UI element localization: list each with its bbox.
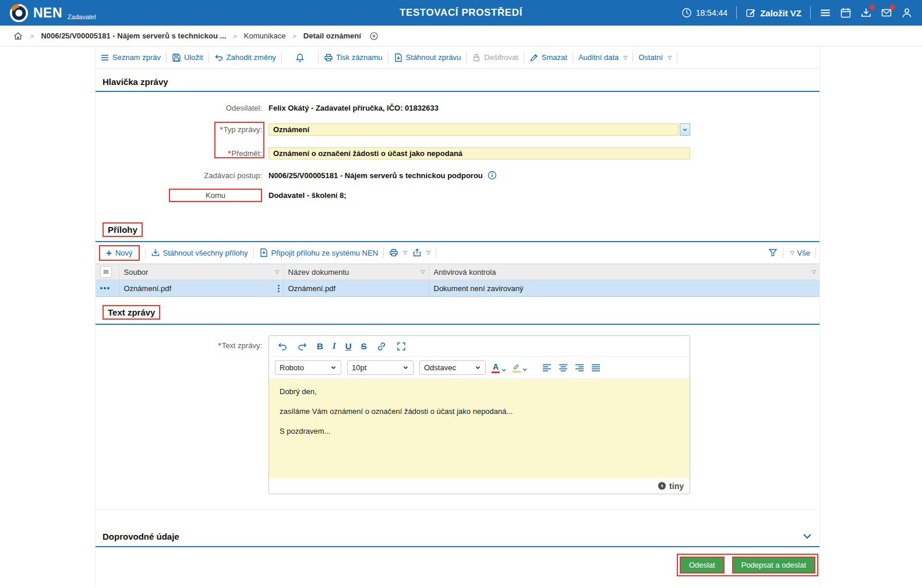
section-header: Přílohy [96, 214, 819, 242]
download-tray-icon [151, 248, 160, 257]
align-justify-button[interactable] [591, 363, 601, 373]
row-antivir-cell[interactable]: Dokument není zavirovaný [429, 280, 819, 297]
row-nazev-cell[interactable]: Oznámení.pdf [283, 280, 429, 297]
desifrovat-button[interactable]: Dešifrovat [472, 53, 518, 62]
row-soubor-cell[interactable]: Oznámení.pdf [119, 280, 283, 297]
odeslat-button[interactable]: Odeslat [681, 558, 723, 572]
header-separator [810, 6, 811, 19]
zahodit-zmeny-label: Zahodit změny [227, 53, 276, 62]
link-button[interactable] [376, 341, 387, 352]
link-icon [376, 341, 387, 352]
info-button[interactable] [488, 171, 497, 180]
editor-toolbar-row2: Roboto 10pt Odstavec A [269, 357, 690, 379]
filter-button[interactable] [768, 248, 778, 257]
align-left-button[interactable] [542, 363, 552, 373]
row-zadavaci-postup: Zadávací postup: N006/25/V00005181 - Náj… [96, 165, 819, 185]
zadavaci-postup-label: Zadávací postup: [96, 171, 269, 180]
row-handle-cell[interactable] [96, 280, 119, 297]
column-header-soubor[interactable]: Soubor▽ [119, 264, 283, 280]
export-attachments-menu[interactable]: ▽ [412, 248, 430, 257]
dropdown-arrow-icon: ▽ [426, 250, 430, 256]
breadcrumb-komunikace[interactable]: Komunikace [244, 31, 286, 40]
fullscreen-icon [396, 341, 407, 352]
zahodit-zmeny-button[interactable]: Zahodit změny [214, 53, 276, 62]
notifications-button[interactable] [287, 53, 313, 62]
podepsat-a-odeslat-button[interactable]: Podepsat a odeslat [733, 558, 814, 572]
predmet-field[interactable]: Oznámení o označení žádosti o účast jako… [269, 147, 690, 160]
print-attachments-menu[interactable]: ▽ [389, 248, 407, 257]
calendar-button[interactable] [840, 7, 852, 19]
downloads-button[interactable] [860, 7, 872, 19]
table-row-selected[interactable]: Oznámení.pdf Oznámení.pdf Dokument není … [96, 280, 819, 297]
smazat-button[interactable]: Smazat [529, 53, 567, 62]
column-header-nazev-dokumentu[interactable]: Název dokumentu▽ [283, 264, 429, 280]
auditni-data-menu[interactable]: Auditní data ▽ [578, 53, 627, 62]
ostatni-menu[interactable]: Ostatní ▽ [638, 53, 672, 62]
toolbar-separator [524, 52, 524, 63]
header-separator [736, 6, 737, 19]
column-header-antivirova-kontrola[interactable]: Antivirová kontrola▽ [429, 264, 819, 280]
environment-title: TESTOVACÍ PROSTŘEDÍ [400, 7, 522, 19]
section-header: Hlavička zprávy [96, 69, 819, 92]
align-right-button[interactable] [574, 363, 585, 373]
smazat-label: Smazat [542, 53, 567, 62]
create-vz-button[interactable]: Založit VZ [746, 8, 801, 18]
seznam-zprav-button[interactable]: Seznam zpráv [100, 53, 161, 62]
ulozit-button[interactable]: Uložit [172, 53, 203, 62]
menu-button[interactable] [819, 7, 831, 19]
column-settings-header[interactable] [96, 264, 119, 280]
breadcrumb-procedure[interactable]: N006/25/V00005181 - Nájem serverů s tech… [41, 31, 226, 40]
stahnout-zpravu-button[interactable]: Stáhnout zprávu [394, 53, 461, 62]
column-filter-icon[interactable]: ▽ [421, 269, 425, 275]
breadcrumb-detail-oznameni[interactable]: Detail oznámení [303, 31, 361, 40]
column-filter-icon[interactable]: ▽ [275, 269, 280, 275]
profile-button[interactable] [901, 7, 913, 19]
toolbar-separator [783, 247, 783, 258]
messages-badge [890, 5, 895, 10]
bold-button[interactable]: B [317, 341, 323, 351]
redo-button[interactable] [297, 341, 308, 352]
brand-subtitle: Zadavatel [68, 13, 96, 20]
stahnout-vsechny-prilohy-button[interactable]: Stáhnout všechny přílohy [151, 248, 248, 257]
novy-button[interactable]: + Nový [99, 245, 140, 261]
doprovodne-udaje-header[interactable]: Doprovodné údaje [96, 524, 819, 547]
pripojit-prilohu-button[interactable]: Připojit přílohu ze systému NEN [259, 248, 379, 257]
chevron-down-icon[interactable] [802, 531, 813, 541]
undo-button[interactable] [277, 341, 288, 352]
vse-label: Vše [797, 249, 810, 257]
editor-footer: tiny [269, 478, 690, 494]
home-button[interactable] [13, 31, 23, 41]
block-format-select[interactable]: Odstavec [419, 360, 486, 375]
highlighter-icon [513, 363, 521, 370]
breadcrumb-separator: > [30, 33, 34, 40]
vse-filter-menu[interactable]: ▽ Vše [789, 249, 810, 257]
underline-button[interactable]: U [345, 341, 352, 351]
fullscreen-button[interactable] [396, 341, 407, 352]
messages-button[interactable] [881, 7, 892, 19]
message-body-editable[interactable]: Dobrý den, zasíláme Vám oznámení o označ… [269, 379, 690, 478]
typ-zpravy-dropdown-button[interactable] [680, 123, 690, 136]
font-size-select[interactable]: 10pt [347, 360, 414, 375]
row-typ-zpravy: *Typ zprávy: Oznámení [96, 118, 819, 141]
toolbar-separator [383, 247, 384, 258]
highlight-color-button[interactable] [513, 363, 528, 373]
block-format-value: Odstavec [424, 363, 456, 372]
chevron-down-icon [522, 367, 528, 373]
close-tab-button[interactable] [369, 31, 379, 41]
komu-button[interactable]: Komu [169, 189, 262, 202]
column-filter-icon[interactable]: ▽ [812, 269, 816, 275]
row-menu-button[interactable] [278, 285, 280, 292]
italic-button[interactable]: I [333, 341, 336, 351]
font-family-select[interactable]: Roboto [275, 360, 341, 375]
nen-logo[interactable]: NEN Zadavatel [9, 3, 96, 23]
toolbar-separator [466, 52, 467, 63]
strikethrough-button[interactable]: S [361, 341, 367, 351]
record-dots-icon [100, 287, 115, 289]
eraser-pen-icon [529, 53, 539, 62]
align-justify-icon [591, 363, 601, 373]
desifrovat-label: Dešifrovat [484, 53, 518, 62]
tisk-zaznamu-button[interactable]: Tisk záznamu [324, 53, 383, 62]
align-center-button[interactable] [558, 363, 568, 373]
typ-zpravy-field[interactable]: Oznámení [269, 123, 679, 136]
text-color-button[interactable]: A [492, 363, 507, 373]
